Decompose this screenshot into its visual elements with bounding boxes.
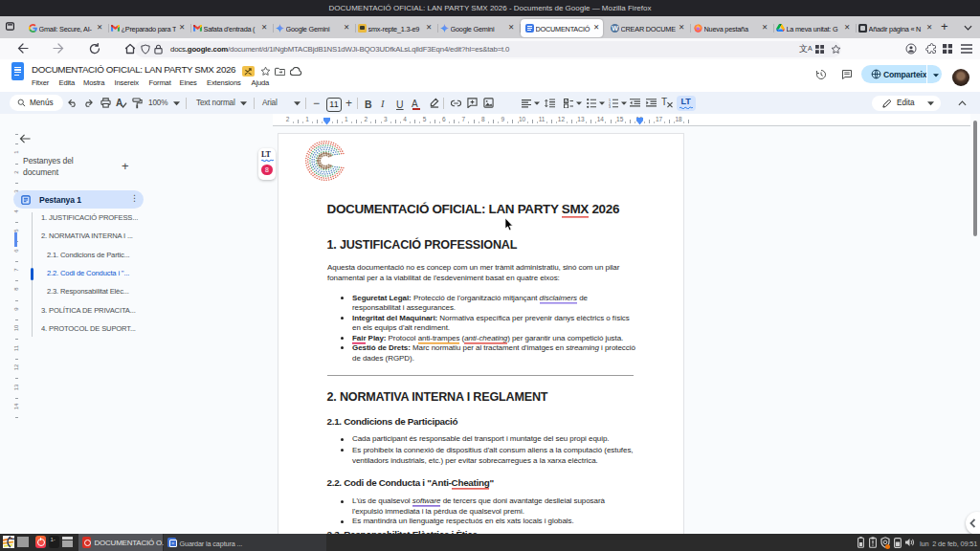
svg-text:T: T	[661, 98, 667, 107]
svg-text:3: 3	[609, 105, 611, 108]
